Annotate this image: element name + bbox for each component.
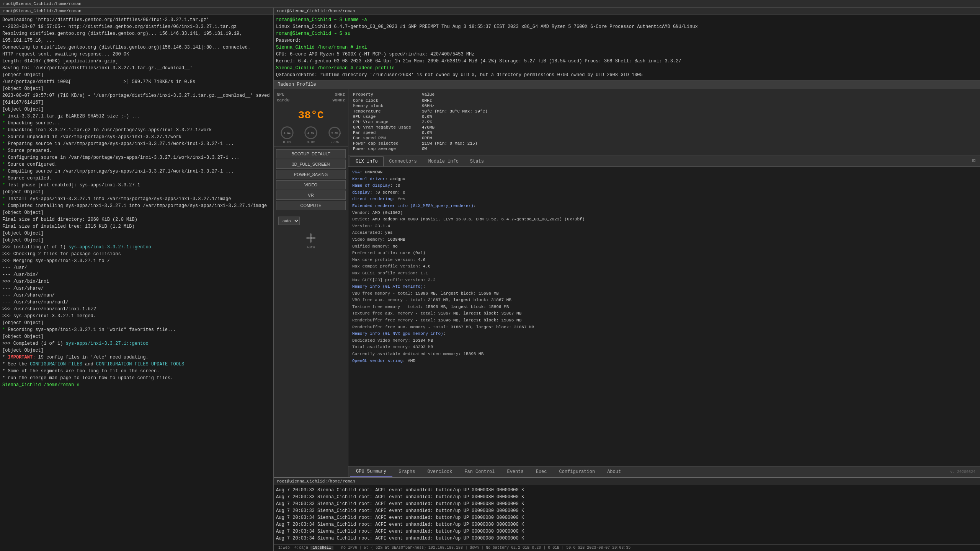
glx-line: Video memory: 16384MB [352, 236, 976, 243]
glx-line: Dedicated video memory: 16384 MB [352, 337, 976, 344]
glx-line: Preferred profile: core (0x1) [352, 250, 976, 257]
prop-row: GPU Vram usage2.9% [353, 120, 975, 124]
prop-row: Temperature30°C (Min: 38°C Max: 39°C) [353, 109, 975, 114]
auto-select[interactable]: auto [278, 217, 300, 225]
gauge-3: 2.9% 2.9% [328, 126, 341, 144]
glx-line: Extended renderer info (GLX_MESA_query_r… [352, 203, 976, 210]
bottom-tab-configuration[interactable]: Configuration [553, 467, 601, 477]
radeon-titlebar: Radeon Profile [274, 80, 980, 89]
glx-line: Unified memory: no [352, 243, 976, 250]
glx-line: Vendor: AMD (0x1002) [352, 210, 976, 217]
glx-line: Version: 23.1.4 [352, 223, 976, 230]
tabs-area: GLX info Connectors Module info Stats ⊡ … [348, 155, 980, 466]
btn-power-saving[interactable]: POWER_SAVING [276, 170, 346, 179]
gpu-info: GPU 0MHz card0 96MHz [274, 89, 348, 107]
status-text: no IPv6 | W: ( 62% at SEAsOfDarkness) 19… [341, 546, 630, 550]
fan-icon [304, 231, 318, 245]
btn-video[interactable]: VIDEO [276, 180, 346, 189]
right-terminal-titlebar: root@Sienna_Cichlid:/home/roman [274, 8, 980, 15]
glx-info-content[interactable]: VGA: UNKNOWNKernel driver: amdgpuName of… [348, 167, 980, 466]
glx-line: Device: AMD Radeon RX 6000 (navi21, LLVM… [352, 216, 976, 223]
glx-line: Name of display: :0 [352, 183, 976, 189]
radeon-bottom-tabs: GPU Summary Graphs Overclock Fan Control… [348, 466, 980, 477]
btn-bootup-default[interactable]: BOOTUP_DEFAULT [276, 149, 346, 158]
glx-line: Currently available dedicated video memo… [352, 351, 976, 358]
svg-text:2.9%: 2.9% [331, 132, 338, 135]
fan-icon-area: Auto [274, 228, 348, 253]
glx-line: Texture free aux. memory - total: 31867 … [352, 310, 976, 317]
gauge-row: 0.0% 0.0% 0.0% 0.0% [274, 124, 348, 147]
tab-4-caja[interactable]: 4:caja [292, 546, 310, 550]
glx-line: direct rendering: Yes [352, 196, 976, 203]
left-terminal: root@Sienna_Cichlid:/home/roman Download… [0, 8, 274, 551]
top-bar: root@Sienna_Cichlid:/home/roman [0, 0, 980, 8]
glx-line: Memory info (GL_ATI_meminfo): [352, 284, 976, 290]
left-terminal-titlebar: root@Sienna_Cichlid:/home/roman [0, 8, 273, 15]
radeon-area: Radeon Profile GPU 0MHz card0 96MHz [274, 80, 980, 477]
profile-buttons: BOOTUP_DEFAULT 3D_FULL_SCREEN POWER_SAVI… [274, 147, 348, 214]
properties-table: Property Value Core clock0MHzMemory cloc… [348, 89, 980, 155]
bottom-tab-exec[interactable]: Exec [530, 467, 553, 477]
bottom-tab-events[interactable]: Events [501, 467, 529, 477]
glx-line: display: :0 screen: 0 [352, 189, 976, 196]
tab-10-shell[interactable]: 10:shell [310, 546, 333, 550]
tab-glx-info[interactable]: GLX info [350, 156, 384, 166]
glx-line: OpenGL vendor string: AMD [352, 358, 976, 365]
radeon-version: v. 20200824 [950, 470, 978, 474]
bottom-term-line: Aug 7 20:03:34 Sienna_Cichlid root: ACPI… [276, 521, 978, 528]
bottom-tab-fan-control[interactable]: Fan Control [458, 467, 501, 477]
bottom-tab-about[interactable]: About [601, 467, 627, 477]
left-terminal-content[interactable]: Downloading 'http://distfiles.gentoo.org… [0, 15, 273, 551]
right-terminal-content[interactable]: roman@Sienna_Cichlid ~ $ uname -aLinux S… [274, 15, 980, 79]
gauge-2: 0.0% 0.0% [304, 126, 318, 144]
prop-row: Core clock0MHz [353, 98, 975, 103]
svg-text:0.0%: 0.0% [307, 132, 314, 135]
temperature-display: 38°C [274, 107, 348, 124]
bottom-term-line: Aug 7 20:03:34 Sienna_Cichlid root: ACPI… [276, 535, 978, 542]
prop-row: Fan speed0.0% [353, 130, 975, 135]
bottom-term-line: Aug 7 20:03:33 Sienna_Cichlid root: ACPI… [276, 487, 978, 494]
bottom-term-line: Aug 7 20:03:33 Sienna_Cichlid root: ACPI… [276, 494, 978, 500]
prop-row: Power cap selected215W (Min: 0 Max: 215) [353, 141, 975, 146]
bottom-terminal-titlebar: root@Sienna_Cichlid:/home/roman [274, 478, 980, 485]
radeon-right-panel: Property Value Core clock0MHzMemory cloc… [348, 89, 980, 477]
btn-3d-full-screen[interactable]: 3D_FULL_SCREEN [276, 160, 346, 169]
bottom-term-line: Aug 7 20:03:33 Sienna_Cichlid root: ACPI… [276, 500, 978, 507]
prop-row: Memory clock96MHz [353, 104, 975, 108]
tab-1-web[interactable]: 1:web [276, 546, 292, 550]
tab-expand-icon[interactable]: ⊡ [969, 155, 978, 166]
tab-stats[interactable]: Stats [464, 156, 490, 166]
bottom-tab-gpu-summary[interactable]: GPU Summary [350, 466, 392, 477]
tab-bar: GLX info Connectors Module info Stats ⊡ [348, 155, 980, 167]
glx-line: VBO free aux. memory - total: 31867 MB, … [352, 297, 976, 304]
btn-vr[interactable]: VR [276, 191, 346, 200]
svg-text:0.0%: 0.0% [284, 132, 291, 135]
btn-compute[interactable]: COMPUTE [276, 201, 346, 210]
prop-row: Power cap average0W [353, 147, 975, 151]
glx-line: Memory info (GL_NVX_gpu_memory_info): [352, 331, 976, 337]
bottom-terminal: root@Sienna_Cichlid:/home/roman Aug 7 20… [274, 477, 980, 544]
glx-line: Renderbuffer free memory - total: 15896 … [352, 317, 976, 324]
glx-line: Total available memory: 48293 MB [352, 344, 976, 351]
prop-row: GPU Vram megabyte usage470MB [353, 125, 975, 130]
glx-line: Max GLES[23] profile version: 3.2 [352, 277, 976, 284]
status-bar: 1:web 4:caja 10:shell no IPv6 | W: ( 62%… [274, 544, 980, 551]
glx-line: VBO free memory - total: 15896 MB, large… [352, 290, 976, 297]
prop-row: GPU usage0.0% [353, 114, 975, 119]
bottom-terminal-content[interactable]: Aug 7 20:03:33 Sienna_Cichlid root: ACPI… [274, 485, 980, 543]
glx-line: VGA: UNKNOWN [352, 169, 976, 176]
right-side: root@Sienna_Cichlid:/home/roman roman@Si… [274, 8, 980, 551]
glx-line: Kernel driver: amdgpu [352, 176, 976, 183]
bottom-term-line: Aug 7 20:03:34 Sienna_Cichlid root: ACPI… [276, 542, 978, 543]
prop-row: Fan speed RPM0RPM [353, 136, 975, 140]
bottom-term-line: Aug 7 20:03:34 Sienna_Cichlid root: ACPI… [276, 528, 978, 535]
bottom-tab-graphs[interactable]: Graphs [392, 467, 421, 477]
top-bar-title: root@Sienna_Cichlid:/home/roman [3, 2, 82, 6]
tab-connectors[interactable]: Connectors [384, 156, 423, 166]
glx-line: Max compat profile version: 4.6 [352, 263, 976, 270]
bottom-tab-overclock[interactable]: Overclock [421, 467, 458, 477]
gauge-1: 0.0% 0.0% [280, 126, 294, 144]
bottom-term-line: Aug 7 20:03:33 Sienna_Cichlid root: ACPI… [276, 507, 978, 514]
glx-line: Texture free memory - total: 15896 MB, l… [352, 304, 976, 311]
tab-module-info[interactable]: Module info [423, 156, 464, 166]
